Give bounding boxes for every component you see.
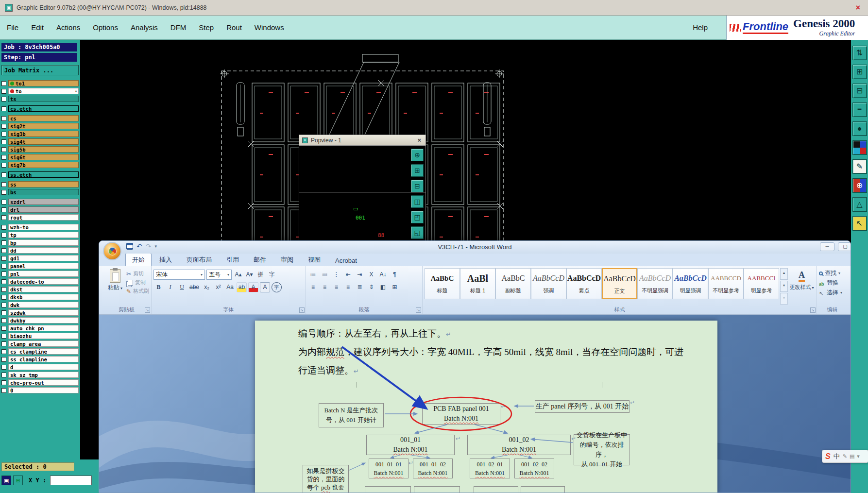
change-styles-button[interactable]: A 更改样式 <box>789 268 815 305</box>
layer-checkbox[interactable] <box>1 172 6 177</box>
layer-row[interactable]: tp <box>1 232 79 238</box>
paragraph-tool-button[interactable]: X <box>366 270 376 280</box>
redo-icon[interactable]: ↷ <box>146 242 152 250</box>
ribbon-tab[interactable]: 开始 <box>125 253 152 266</box>
layer-row[interactable]: ss_clampline <box>1 356 79 362</box>
ge-close-icon[interactable]: × <box>853 3 863 12</box>
layer-row[interactable]: ts <box>1 96 79 102</box>
layer-checkbox[interactable] <box>1 190 6 195</box>
menu-item[interactable]: File <box>7 23 18 32</box>
replace-button[interactable]: 替换 <box>819 279 846 287</box>
layer-checkbox[interactable] <box>1 163 6 168</box>
menu-item[interactable]: Rout <box>226 23 242 32</box>
paragraph-align-button[interactable]: ⇕ <box>366 282 376 292</box>
layer-row[interactable]: sig3b <box>1 131 79 137</box>
layer-row[interactable]: szdrl <box>1 199 79 205</box>
save-icon[interactable] <box>126 243 133 250</box>
clipboard-dialog-launcher-icon[interactable] <box>145 307 150 313</box>
ribbon-tab[interactable]: 页面布局 <box>180 253 219 266</box>
menu-item[interactable]: Step <box>199 23 214 32</box>
layer-row[interactable]: che-pro-out <box>1 379 79 386</box>
layer-checkbox[interactable] <box>1 287 6 292</box>
menu-item[interactable]: Edit <box>31 23 44 32</box>
font-format-button[interactable]: A <box>260 282 270 292</box>
menu-item[interactable]: Options <box>93 23 118 32</box>
popview-tool-button[interactable]: ⊕ <box>411 149 424 161</box>
style-item[interactable]: AaBbCcD 正文 <box>602 268 637 299</box>
layer-row[interactable]: dkst <box>1 286 79 292</box>
paragraph-tool-button[interactable]: ⇤ <box>343 270 353 280</box>
copy-button[interactable]: 复制 <box>126 279 149 286</box>
draw-icon[interactable]: ✎ <box>852 159 867 174</box>
job-matrix-button[interactable]: Job Matrix ... <box>1 65 79 75</box>
layer-row[interactable]: sig5b <box>1 146 79 153</box>
paragraph-align-button[interactable]: ≡ <box>343 282 353 292</box>
layer-checkbox[interactable] <box>1 334 6 339</box>
layer-checkbox[interactable] <box>1 279 6 284</box>
layer-row[interactable]: bs <box>1 189 79 195</box>
popview-tool-button[interactable]: ◱ <box>411 226 424 239</box>
layer-checkbox[interactable] <box>1 182 6 187</box>
layer-list-icon[interactable]: ≡ <box>852 102 867 117</box>
font-tool-button[interactable]: A▾ <box>244 270 255 280</box>
office-button[interactable] <box>103 242 121 260</box>
maximize-button[interactable]: ▢ <box>838 242 851 251</box>
menu-item[interactable]: Windows <box>255 23 284 32</box>
layer-checkbox[interactable] <box>1 295 6 300</box>
layer-row[interactable]: to ▪ <box>1 88 79 94</box>
style-item[interactable]: AaBbCcD 不明显强调 <box>637 268 673 299</box>
panel-out-icon[interactable]: ⊟ <box>852 84 867 98</box>
font-format-button[interactable]: B <box>153 282 164 292</box>
popview-content[interactable]: 001 88 ⊕⊞⊟◫◰◱ <box>299 146 425 242</box>
layer-checkbox[interactable] <box>1 380 6 385</box>
styles-scroll-button[interactable]: ▴ <box>780 268 788 280</box>
layer-checkbox[interactable] <box>1 200 6 204</box>
font-tool-button[interactable]: A▴ <box>233 270 243 280</box>
layer-row[interactable]: d <box>1 364 79 370</box>
layer-row[interactable]: dwkby <box>1 317 79 323</box>
layer-checkbox[interactable] <box>1 303 6 307</box>
styles-scroll-button[interactable]: ▿ <box>780 293 788 305</box>
font-format-button[interactable]: Aa <box>225 282 235 292</box>
menu-item-help[interactable]: Help <box>693 23 708 32</box>
font-tool-button[interactable]: 拼 <box>255 270 266 280</box>
menu-item[interactable]: Actions <box>56 23 80 32</box>
menu-item[interactable]: Analysis <box>131 23 158 32</box>
layer-row[interactable]: bp <box>1 239 79 246</box>
xy-input[interactable] <box>50 476 92 485</box>
paragraph-dialog-launcher-icon[interactable] <box>416 307 421 313</box>
popview-tool-button[interactable]: ⊟ <box>411 180 424 192</box>
prism-icon[interactable]: △ <box>852 197 867 212</box>
cut-button[interactable]: ✂剪切 <box>126 270 149 277</box>
ribbon-tab[interactable]: 引用 <box>220 253 246 266</box>
paragraph-tool-button[interactable]: ≕ <box>320 270 330 280</box>
layer-row[interactable]: ss <box>1 181 79 187</box>
layer-row[interactable]: wzh-to <box>1 224 79 230</box>
font-format-button[interactable]: abe <box>188 282 200 292</box>
panel-in-icon[interactable]: ⊞ <box>852 65 867 79</box>
undo-icon[interactable]: ↶ <box>136 242 142 250</box>
document-page[interactable]: 编号顺序：从左至右，再从上往下。↵ 为内部规范，建议序列号大小：字宽 40MIL… <box>255 321 717 493</box>
style-item[interactable]: AaBbCcD 要点 <box>566 268 602 299</box>
layer-row[interactable]: drl <box>1 206 79 213</box>
menu-item[interactable]: DFM <box>170 23 187 32</box>
layer-checkbox[interactable] <box>1 326 6 331</box>
layer-row[interactable]: dksb <box>1 294 79 300</box>
style-item[interactable]: AABBCCD 不明显参考 <box>708 268 744 299</box>
zoom-icon[interactable]: ⊕ <box>852 178 867 193</box>
layer-checkbox[interactable] <box>1 207 6 212</box>
layer-checkbox[interactable] <box>1 116 6 121</box>
layer-checkbox[interactable] <box>1 132 6 136</box>
layer-checkbox[interactable] <box>1 240 6 245</box>
layer-row[interactable]: sig6t <box>1 154 79 160</box>
font-format-button[interactable]: I <box>165 282 175 292</box>
layer-row[interactable]: pnl <box>1 271 79 277</box>
popview-tool-button[interactable]: ◫ <box>411 195 424 208</box>
layer-row[interactable]: cs.etch <box>1 105 79 112</box>
style-item[interactable]: AaBbC 标题 <box>425 268 460 299</box>
layer-row[interactable]: cs_clampline <box>1 348 79 355</box>
paragraph-align-button[interactable]: ≡ <box>331 282 341 292</box>
ime-tool-icon[interactable]: ▾ <box>857 453 860 459</box>
layer-row[interactable]: cs <box>1 115 79 121</box>
style-item[interactable]: AABBCCI 明显参考 <box>744 268 779 299</box>
